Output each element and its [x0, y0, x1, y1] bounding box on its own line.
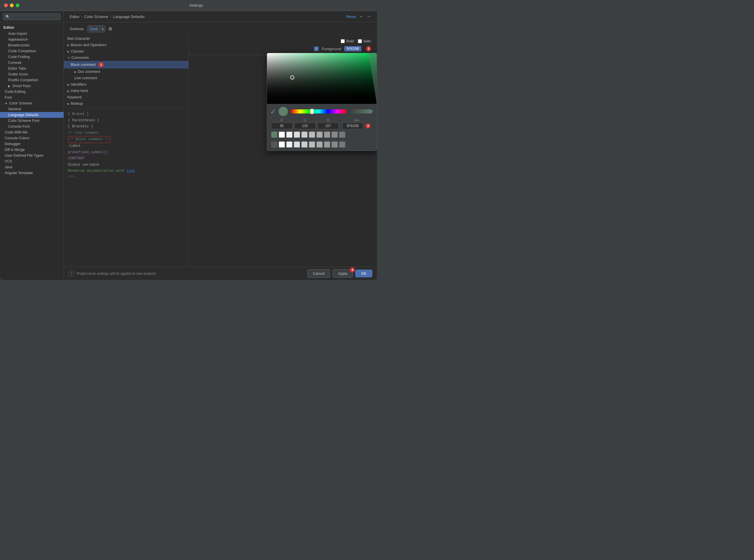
italic-checkbox-label[interactable]: Italic	[358, 39, 371, 43]
swatch-light-2[interactable]	[294, 132, 300, 138]
swatch-light-9[interactable]	[309, 141, 315, 148]
scheme-select[interactable]: Dark	[87, 25, 105, 33]
close-button[interactable]	[4, 3, 8, 7]
sidebar-item-java[interactable]: Java	[0, 164, 63, 170]
swatch-light-8[interactable]	[301, 141, 307, 148]
tree-item-classes[interactable]: ▶ Classes	[64, 48, 188, 55]
sidebar-item-font[interactable]: Font	[0, 95, 63, 100]
sidebar-item-code-completion[interactable]: Code Completion	[0, 48, 63, 54]
swatch-light-4[interactable]	[309, 132, 315, 138]
code-block-comment-wrap: /* Block comment */	[68, 136, 111, 143]
ok-button[interactable]: OK	[355, 269, 372, 277]
swatch-mid-2[interactable]	[332, 132, 338, 138]
sidebar-item-code-folding[interactable]: Code Folding	[0, 54, 63, 60]
swatch-light-3[interactable]	[301, 132, 307, 138]
swatch-dark-1[interactable]	[271, 141, 277, 148]
color-gradient-area[interactable]	[267, 53, 377, 104]
sidebar-item-code-with-me[interactable]: Code With Me	[0, 129, 63, 135]
swatch-light-5[interactable]	[316, 132, 323, 138]
swatch-white-1[interactable]	[279, 132, 285, 138]
sidebar-item-color-scheme-font[interactable]: Color Scheme Font	[0, 118, 63, 124]
swatch-light-7[interactable]	[294, 141, 300, 148]
sidebar-item-appearance[interactable]: Appearance	[0, 37, 63, 42]
search-input[interactable]	[3, 13, 61, 20]
tree-item-braces-operators[interactable]: ▶ Braces and Operators	[64, 42, 188, 48]
swatch-mid-6[interactable]	[339, 141, 345, 148]
tree-item-inline-hints[interactable]: ▶ Inline hints	[64, 87, 188, 94]
hue-top-indicator	[361, 53, 366, 56]
sidebar-item-console[interactable]: Console	[0, 60, 63, 65]
swatch-mid-3[interactable]	[339, 132, 345, 138]
hue-strip[interactable]	[291, 109, 346, 114]
tree-item-line-comment[interactable]: Line comment	[64, 75, 188, 81]
italic-checkbox[interactable]	[358, 39, 362, 43]
tree-item-comments[interactable]: ▼ Comments	[64, 55, 188, 61]
swatch-row-1	[271, 132, 373, 138]
b-label: B	[327, 118, 329, 122]
minimize-button[interactable]	[10, 3, 14, 7]
tree-item-bad-character[interactable]: Bad character	[64, 35, 188, 42]
sidebar-item-console-colors[interactable]: Console Colors	[0, 135, 63, 141]
back-button[interactable]: ←	[359, 14, 364, 19]
swatch-green[interactable]	[271, 132, 277, 138]
maximize-button[interactable]	[16, 3, 19, 7]
swatch-mid-5[interactable]	[332, 141, 338, 148]
badge-4: 4	[350, 267, 355, 273]
g-input[interactable]	[294, 123, 316, 129]
swatch-light-6[interactable]	[286, 141, 293, 148]
help-icon[interactable]: ?	[68, 271, 74, 277]
foreground-hex-badge[interactable]: 5F826B	[344, 46, 361, 52]
sidebar-item-vcs[interactable]: VCS	[0, 158, 63, 164]
b-input[interactable]	[318, 123, 339, 129]
sidebar-item-postfix-completion[interactable]: Postfix Completion	[0, 77, 63, 83]
code-global: Global variable	[68, 163, 99, 167]
alpha-strip[interactable]	[350, 109, 373, 114]
fg-row: ✓ Foreground 5F826B 2	[195, 46, 371, 52]
hue-triangle	[369, 53, 377, 104]
bold-checkbox[interactable]	[341, 39, 345, 43]
sidebar-item-language-defaults[interactable]: Language Defaults	[0, 112, 63, 118]
sidebar-item-code-editing[interactable]: Code Editing	[0, 89, 63, 95]
tree-item-doc-comment[interactable]: ▶ Doc comment	[64, 68, 188, 75]
color-cursor[interactable]	[290, 76, 294, 80]
eyedropper-icon[interactable]: 🖊	[271, 109, 276, 114]
tree-item-markup[interactable]: ▶ Markup	[64, 100, 188, 107]
sidebar-item-auto-import[interactable]: Auto Import	[0, 31, 63, 37]
sidebar-item-angular-template[interactable]: Angular Template	[0, 170, 63, 176]
code-constant: CONSTANT	[68, 156, 85, 160]
sidebar-item-general[interactable]: General	[0, 106, 63, 112]
content-area: Editor › Color Scheme › Language Default…	[64, 11, 377, 280]
tree-item-block-comment[interactable]: Block comment 1	[64, 61, 188, 68]
swatch-white-2[interactable]	[279, 141, 285, 148]
sidebar-item-editor-tabs[interactable]: Editor Tabs	[0, 65, 63, 72]
r-col: R	[271, 118, 293, 129]
r-input[interactable]	[271, 123, 293, 129]
swatch-light-10[interactable]	[316, 141, 323, 148]
cancel-button[interactable]: Cancel	[307, 269, 330, 278]
swatch-light-1[interactable]	[286, 132, 293, 138]
search-bar	[0, 11, 63, 23]
sidebar-item-console-font[interactable]: Console Font	[0, 124, 63, 129]
hue-thumb[interactable]	[310, 109, 314, 114]
breadcrumb: Editor › Color Scheme › Language Default…	[70, 15, 144, 19]
sidebar-item-debugger[interactable]: Debugger	[0, 141, 63, 147]
sidebar-item-smart-keys[interactable]: ▶Smart Keys	[0, 83, 63, 89]
picker-tools-row: 🖊	[271, 107, 373, 116]
tree-item-identifiers[interactable]: ▶ Identifiers	[64, 81, 188, 87]
sidebar-item-user-defined-file-types[interactable]: User-Defined File Types	[0, 153, 63, 158]
reset-button[interactable]: Reset	[346, 15, 356, 19]
sidebar-item-diff-merge[interactable]: Diff & Merge	[0, 147, 63, 153]
titlebar: Settings	[0, 0, 377, 11]
swatch-mid-4[interactable]	[324, 141, 330, 148]
gear-button[interactable]: ⚙	[108, 26, 112, 32]
sidebar-item-breadcrumbs[interactable]: Breadcrumbs	[0, 42, 63, 48]
bold-checkbox-label[interactable]: Bold	[341, 39, 354, 43]
swatch-mid-1[interactable]	[324, 132, 330, 138]
tree-item-keyword[interactable]: Keyword	[64, 94, 188, 100]
foreground-checkbox[interactable]: ✓	[314, 46, 319, 51]
hex-input[interactable]	[342, 123, 363, 129]
sidebar-item-gutter-icons[interactable]: Gutter Icons	[0, 72, 63, 77]
forward-button[interactable]: →	[366, 14, 371, 19]
sidebar-item-color-scheme[interactable]: ▼Color Scheme	[0, 100, 63, 106]
apply-button[interactable]: Apply 4	[333, 269, 353, 278]
